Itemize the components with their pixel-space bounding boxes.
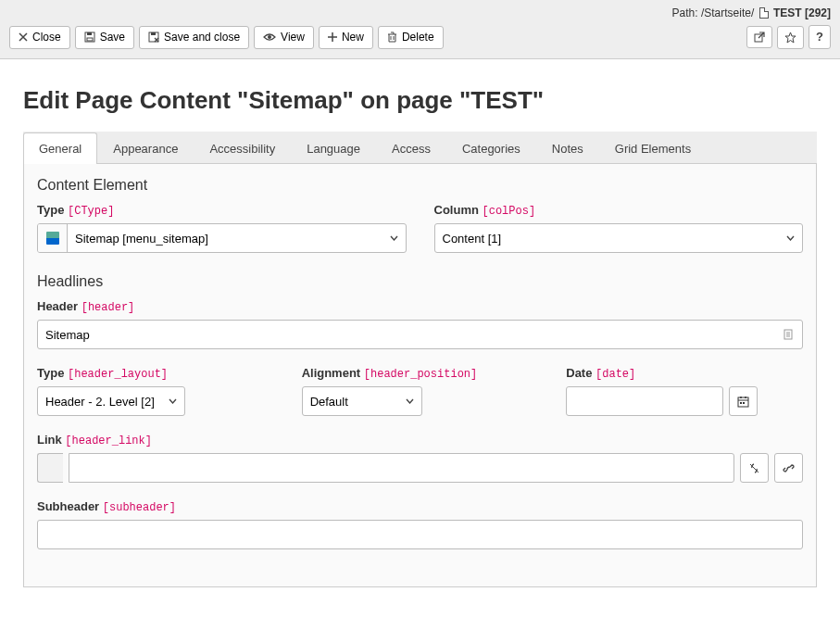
tab-categories[interactable]: Categories — [446, 132, 536, 164]
unlink-icon — [748, 462, 760, 474]
subheader-tech: [subheader] — [103, 501, 176, 514]
tab-language[interactable]: Language — [291, 132, 376, 164]
help-icon: ? — [816, 31, 823, 44]
subheader-input-wrap — [37, 520, 803, 549]
svg-rect-10 — [743, 402, 745, 404]
link-browse-button[interactable] — [774, 453, 803, 483]
tab-accessibility[interactable]: Accessibility — [194, 132, 291, 164]
section-headlines: Headlines Header [header] Type [header_l… — [37, 273, 803, 549]
panel-general: Content Element Type [CType] Sitemap [me… — [23, 164, 817, 587]
bookmark-button[interactable] — [777, 26, 804, 49]
delete-button-label: Delete — [402, 32, 434, 44]
type-select[interactable]: Sitemap [menu_sitemap] — [68, 224, 406, 252]
star-icon — [784, 32, 796, 44]
column-select-wrap: Content [1] — [434, 223, 804, 253]
header-tech: [header] — [81, 301, 135, 314]
svg-rect-9 — [740, 402, 742, 404]
link-remove-button[interactable] — [740, 453, 769, 483]
alignment-tech: [header_position] — [364, 368, 477, 381]
header-layout-select[interactable]: Header - 2. Level [2] — [38, 387, 184, 415]
trash-icon — [387, 32, 397, 43]
alignment-label: Alignment [header_position] — [302, 366, 539, 381]
new-button-label: New — [342, 32, 364, 44]
ctype-icon — [46, 232, 59, 245]
eye-icon — [263, 32, 276, 42]
section-title-headlines: Headlines — [37, 273, 803, 290]
help-button[interactable]: ? — [809, 25, 831, 49]
open-new-window-icon — [754, 32, 765, 43]
header-input[interactable] — [38, 321, 774, 348]
view-button-label: View — [281, 32, 305, 44]
alignment-select[interactable]: Default — [303, 387, 421, 415]
header-layout-label: Type [header_layout] — [37, 366, 274, 381]
tab-appearance[interactable]: Appearance — [97, 132, 194, 164]
toolbar: Close Save Save and close View New — [9, 25, 831, 49]
section-title-content-element: Content Element — [37, 177, 803, 194]
tab-grid-elements[interactable]: Grid Elements — [599, 132, 707, 164]
link-icon — [783, 462, 795, 474]
type-tech: [CType] — [68, 205, 114, 218]
open-new-window-button[interactable] — [746, 26, 772, 48]
plus-icon — [328, 32, 337, 42]
breadcrumb-path: /Startseite/ — [701, 6, 754, 19]
header-input-wrap — [37, 320, 803, 349]
alignment-select-wrap: Default — [302, 386, 422, 416]
view-button[interactable]: View — [254, 26, 314, 49]
breadcrumb-prefix: Path: — [672, 6, 701, 19]
column-select[interactable]: Content [1] — [435, 224, 803, 252]
header-layout-select-wrap: Header - 2. Level [2] — [37, 386, 185, 416]
calendar-icon — [737, 396, 749, 408]
subheader-label: Subheader [subheader] — [37, 499, 803, 514]
expand-icon[interactable] — [774, 321, 802, 348]
delete-button[interactable]: Delete — [378, 26, 444, 49]
link-prefix-icon — [37, 453, 63, 483]
link-tech: [header_link] — [65, 435, 152, 447]
date-input[interactable] — [567, 387, 723, 415]
date-label: Date [date] — [566, 366, 803, 381]
breadcrumb-current: TEST [292] — [773, 6, 831, 19]
link-label: Link [header_link] — [37, 433, 803, 447]
header-layout-tech: [header_layout] — [68, 368, 168, 381]
svg-rect-2 — [87, 38, 93, 41]
save-button-label: Save — [100, 32, 125, 44]
type-select-wrap: Sitemap [menu_sitemap] — [37, 223, 407, 253]
new-button[interactable]: New — [319, 26, 373, 49]
type-label: Type [CType] — [37, 203, 407, 218]
header-label: Header [header] — [37, 299, 803, 314]
subheader-input[interactable] — [38, 521, 802, 548]
svg-point-5 — [268, 35, 271, 39]
save-icon — [84, 32, 95, 43]
save-close-button[interactable]: Save and close — [139, 26, 249, 49]
page-icon — [759, 7, 769, 19]
date-input-group — [566, 386, 803, 416]
page-title: Edit Page Content "Sitemap" on page "TES… — [23, 86, 817, 115]
page-body: Edit Page Content "Sitemap" on page "TES… — [0, 59, 840, 601]
type-select-icon-box — [38, 224, 68, 252]
tab-access[interactable]: Access — [376, 132, 446, 164]
tab-general[interactable]: General — [23, 132, 97, 164]
column-tech: [colPos] — [483, 205, 536, 218]
save-close-button-label: Save and close — [164, 32, 240, 44]
svg-rect-4 — [151, 32, 156, 35]
close-icon — [19, 32, 28, 42]
topbar: Path: /Startseite/ TEST [292] Close Save… — [0, 0, 840, 59]
date-tech: [date] — [596, 368, 635, 381]
svg-rect-1 — [87, 32, 92, 35]
breadcrumb: Path: /Startseite/ TEST [292] — [9, 6, 831, 19]
date-picker-button[interactable] — [729, 386, 758, 416]
link-input-group — [37, 453, 803, 483]
link-input[interactable] — [69, 454, 733, 482]
column-label: Column [colPos] — [434, 203, 804, 218]
tabs: General Appearance Accessibility Languag… — [23, 132, 817, 164]
save-close-icon — [148, 32, 159, 43]
save-button[interactable]: Save — [75, 26, 134, 49]
section-content-element: Content Element Type [CType] Sitemap [me… — [37, 177, 803, 253]
tab-notes[interactable]: Notes — [536, 132, 599, 164]
close-button[interactable]: Close — [9, 26, 70, 49]
close-button-label: Close — [32, 32, 61, 44]
